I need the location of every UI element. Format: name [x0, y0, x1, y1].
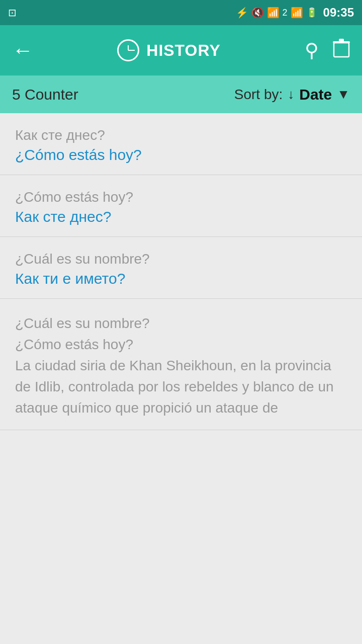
- status-bar-left: ⊡: [8, 7, 17, 19]
- delete-button[interactable]: [333, 39, 350, 62]
- history-item[interactable]: Как сте днес? ¿Cómo estás hoy?: [0, 113, 362, 175]
- history-clock-icon: [117, 39, 139, 61]
- history-item[interactable]: ¿Cuál es su nombre? Как ти е името?: [0, 237, 362, 299]
- toolbar-icons: ⚲: [305, 39, 350, 62]
- history-item[interactable]: ¿Cómo estás hoy? Как сте днес?: [0, 175, 362, 237]
- sort-group[interactable]: Sort by: ↓ Date ▼: [234, 86, 350, 103]
- battery-icon: 🔋: [306, 7, 317, 18]
- multi-source-text: ¿Cuál es su nombre? ¿Cómo estás hoy? La …: [15, 313, 347, 419]
- history-list: Как сте днес? ¿Cómo estás hoy? ¿Cómo est…: [0, 113, 362, 430]
- wifi-icon: 📶: [267, 7, 280, 19]
- history-item[interactable]: ¿Cuál es su nombre? ¿Cómo estás hoy? La …: [0, 299, 362, 430]
- toolbar-title-group: HISTORY: [117, 39, 220, 61]
- translation-text: Как ти е името?: [15, 270, 347, 287]
- status-time: 09:35: [323, 6, 354, 20]
- source-text: ¿Cómo estás hoy?: [15, 189, 347, 205]
- sort-direction-icon: ↓: [288, 87, 294, 102]
- photo-icon: ⊡: [8, 7, 17, 19]
- search-button[interactable]: ⚲: [305, 39, 319, 61]
- sub-toolbar: 5 Counter Sort by: ↓ Date ▼: [0, 75, 362, 113]
- status-bar-right: ⚡ 🔇 📶 2 📶 🔋 09:35: [236, 6, 354, 20]
- signal-icon: 📶: [291, 7, 303, 19]
- sort-value: Date: [299, 86, 332, 103]
- translation-text: ¿Cómo estás hoy?: [15, 146, 347, 164]
- dropdown-arrow-icon[interactable]: ▼: [337, 87, 350, 102]
- source-text: ¿Cuál es su nombre?: [15, 251, 347, 267]
- sort-by-label: Sort by:: [234, 87, 283, 103]
- source-text: Как сте днес?: [15, 127, 347, 143]
- svg-rect-2: [339, 39, 344, 42]
- mute-icon: 🔇: [251, 7, 264, 19]
- bluetooth-icon: ⚡: [236, 7, 248, 19]
- sim-icon: 2: [283, 8, 288, 18]
- translation-text: Как сте днес?: [15, 208, 347, 225]
- toolbar-title: HISTORY: [146, 41, 220, 60]
- toolbar: ← HISTORY ⚲: [0, 25, 362, 75]
- clock-minute-hand: [128, 50, 135, 51]
- counter-label: 5 Counter: [12, 86, 78, 103]
- status-bar: ⊡ ⚡ 🔇 📶 2 📶 🔋 09:35: [0, 0, 362, 25]
- back-button[interactable]: ←: [12, 38, 33, 62]
